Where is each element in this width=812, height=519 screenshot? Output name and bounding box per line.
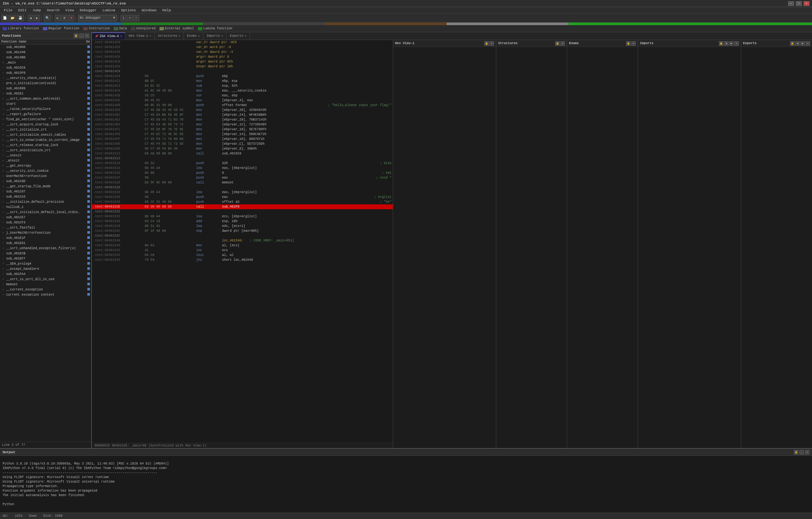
asm-line[interactable]: .text:004014FF C7 45 F0 71 70 09 08 mov …: [92, 137, 393, 141]
func-list-item[interactable]: f sub_4014B0: [0, 55, 91, 60]
enums-lock[interactable]: 🔒: [626, 41, 631, 46]
functions-list[interactable]: f sub_401000 f sub_401440 f sub_4014B0 f…: [0, 45, 91, 442]
menu-edit[interactable]: Edit: [16, 8, 29, 12]
func-list-item[interactable]: f sub_401609: [0, 86, 91, 91]
asm-line[interactable]: .text:0040151A 8D 45 A4 lea eax, [ebp+Ar…: [92, 166, 393, 170]
close-button[interactable]: ✕: [804, 1, 809, 6]
func-list-item[interactable]: f __SEH_prolog4: [0, 261, 91, 266]
tab-enums-close[interactable]: ✕: [198, 34, 199, 38]
menu-options[interactable]: Options: [119, 8, 139, 12]
ida-view-content[interactable]: .text:004014C0 var_C= dword ptr -0Ch .te…: [92, 40, 393, 443]
structures-content[interactable]: [496, 47, 567, 448]
asm-line[interactable]: .text:0040153C 0F 1F 40 00 nop dword ptr…: [92, 228, 393, 234]
func-list-item[interactable]: f nullsub_1: [0, 204, 91, 210]
func-list-item[interactable]: f sub_401ECB: [0, 251, 91, 256]
tab-hex-view-close[interactable]: ✕: [149, 34, 151, 38]
func-list-item[interactable]: f sub_401C97: [0, 189, 91, 194]
exports-arrow-left[interactable]: ◀: [795, 41, 800, 46]
func-list-item[interactable]: f __scrt_initialize_crt: [0, 127, 91, 132]
asm-line[interactable]: .text:0040150D 66 C7 45 F8 B4 39 mov [eb…: [92, 146, 393, 151]
func-list-item[interactable]: f __raise_securityfailure: [0, 106, 91, 112]
asm-line[interactable]: .text:00401528 8D 45 A4 lea eax, [ebp+Ar…: [92, 190, 393, 195]
asm-line[interactable]: .text:0040152E: [92, 209, 393, 214]
asm-line[interactable]: .text:0040153C: [92, 234, 393, 238]
minimize-button[interactable]: ─: [788, 1, 794, 6]
menu-help[interactable]: Help: [160, 8, 173, 12]
enums-content[interactable]: [567, 47, 638, 448]
func-list-item[interactable]: f sub_401E1: [0, 91, 91, 96]
asm-line[interactable]: .text:004014C0 var_C= dword ptr -0Ch: [92, 40, 393, 45]
debugger-dropdown[interactable]: No debugger ▼: [78, 15, 117, 21]
tab-ida-view[interactable]: 📌 IDA View-A ✕: [92, 32, 125, 39]
asm-line[interactable]: .text:004014C3 83 EC 5C sub esp, 5Ch: [92, 83, 393, 88]
toolbar-pause[interactable]: ⏸: [61, 15, 68, 21]
toolbar-stop[interactable]: ■: [68, 15, 74, 21]
func-list-item[interactable]: f sub_401440: [0, 50, 91, 55]
func-list-item[interactable]: f __scrt_acquire_startup_lock: [0, 122, 91, 127]
imports-lock[interactable]: 🔒: [719, 41, 723, 46]
asm-line[interactable]: .text:004014C0 var_8= word ptr -8: [92, 45, 393, 50]
asm-line[interactable]: .text:004014CB 33 C5 xor eax, ebp: [92, 93, 393, 98]
func-list-item[interactable]: f sub_401CE7: [0, 215, 91, 220]
menu-view[interactable]: View: [63, 8, 76, 12]
func-list-item[interactable]: f __scrt_fastfail: [0, 225, 91, 230]
menu-jump[interactable]: Jump: [30, 8, 44, 12]
asm-line[interactable]: .text:00401513 E8 A8 00 00 00 call sub_4…: [92, 151, 393, 156]
asm-line[interactable]: .text:00401533 8D 4D A4 lea ecx, [ebp+Ar…: [92, 214, 393, 219]
asm-line[interactable]: .text:00401529 68 2C 31 40 00 push offse…: [92, 199, 393, 204]
output-close[interactable]: ✕: [805, 450, 809, 455]
output-content[interactable]: Python 3.8.10 (tags/v3.8.10:3d8993a, May…: [0, 456, 812, 513]
toolbar-open[interactable]: 📂: [9, 15, 16, 21]
func-list-item[interactable]: f sub_401000: [0, 45, 91, 50]
tab-structures[interactable]: Structures ✕: [155, 32, 184, 39]
asm-line[interactable]: .text:00401528 50 push eax ; Arglist: [92, 195, 393, 199]
func-list-item[interactable]: f _main: [0, 60, 91, 65]
asm-line[interactable]: .text:00401543 84 C0 test al, al: [92, 253, 393, 257]
maximize-button[interactable]: □: [796, 1, 802, 6]
tab-structures-close[interactable]: ✕: [178, 34, 180, 38]
func-list-item[interactable]: f find_pe_section(uchar * const,uint): [0, 117, 91, 122]
menu-lumina[interactable]: Lumina: [100, 8, 118, 12]
func-list-item[interactable]: f UserMathErrorFunction: [0, 173, 91, 179]
asm-line[interactable]: .text:004014C0 argv= dword ptr 0Ch: [92, 59, 393, 64]
func-list-item[interactable]: f sub_401E61: [0, 241, 91, 246]
tab-ida-view-close[interactable]: ✕: [120, 34, 122, 38]
hex-view-close[interactable]: ✕: [489, 41, 494, 46]
asm-line[interactable]: .text:0040152E E8 30 00 00 00 call sub_4…: [92, 204, 393, 209]
func-list-item[interactable]: f __scrt_is_nonwritable_in_current_image: [0, 137, 91, 142]
asm-line[interactable]: .text:0040151D 6A 00 push 0 ; Val: [92, 170, 393, 175]
func-list-item[interactable]: f __scrt_initialize_default_local_stdio_…: [0, 210, 91, 215]
tab-imports[interactable]: Imports ✕: [203, 32, 227, 39]
toolbar-step-over[interactable]: ↷: [127, 15, 133, 21]
structures-lock[interactable]: 🔒: [555, 41, 560, 46]
exports-arrow-right[interactable]: ▶: [801, 41, 805, 46]
asm-line[interactable]: .text:004014F1 C7 45 E8 0F 70 7E 5E mov …: [92, 127, 393, 132]
tab-exports[interactable]: Exports ✕: [227, 32, 250, 39]
func-list-item[interactable]: f sub_401E1F: [0, 235, 91, 241]
func-list-item[interactable]: f sub_401FA4: [0, 271, 91, 277]
imports-arrow-left[interactable]: ◀: [724, 41, 729, 46]
exports-lock[interactable]: 🔒: [790, 41, 794, 46]
tab-hex-view[interactable]: Hex View-1 ✕: [125, 32, 154, 39]
func-list-item[interactable]: f sub_401CF3: [0, 220, 91, 225]
structures-close[interactable]: ✕: [560, 41, 565, 46]
asm-line[interactable]: .text:004014F8 C7 45 EC 72 4E 0C 5D mov …: [92, 132, 393, 137]
func-list-item[interactable]: f __scrt_unhandled_exception_filter(x): [0, 246, 91, 251]
toolbar-search[interactable]: 🔍: [44, 15, 51, 21]
toolbar-new[interactable]: 📄: [1, 15, 8, 21]
func-list-item[interactable]: f __except_handler4: [0, 266, 91, 271]
asm-line[interactable]: .text:00401536 83 C4 18 add esp, 18h: [92, 219, 393, 224]
toolbar-step-into[interactable]: ⤵: [120, 15, 126, 21]
asm-line[interactable]: .text:0040151F 50 push eax ; void *: [92, 175, 393, 180]
tab-enums[interactable]: Enums ✕: [184, 32, 203, 39]
asm-line[interactable]: .text:004014C0 var_4= dword ptr -4: [92, 50, 393, 54]
asm-line[interactable]: .text:004014EA C7 45 E4 4E 5D 73 72 mov …: [92, 122, 393, 127]
asm-line[interactable]: .text:004014E3 C7 45 E0 43 71 B3 70 mov …: [92, 117, 393, 122]
toolbar-save[interactable]: 💾: [17, 15, 24, 21]
asm-line[interactable]: .text:004014C1 8B EC mov ebp, esp: [92, 79, 393, 83]
imports-close[interactable]: ✕: [734, 41, 739, 46]
func-list-item[interactable]: f sub_401CA3: [0, 194, 91, 199]
asm-line[interactable]: .text:004014C0 55 push ebp: [92, 74, 393, 79]
functions-close-btn[interactable]: ✕: [85, 33, 89, 38]
func-list-item[interactable]: f __initialize_default_precision: [0, 199, 91, 204]
